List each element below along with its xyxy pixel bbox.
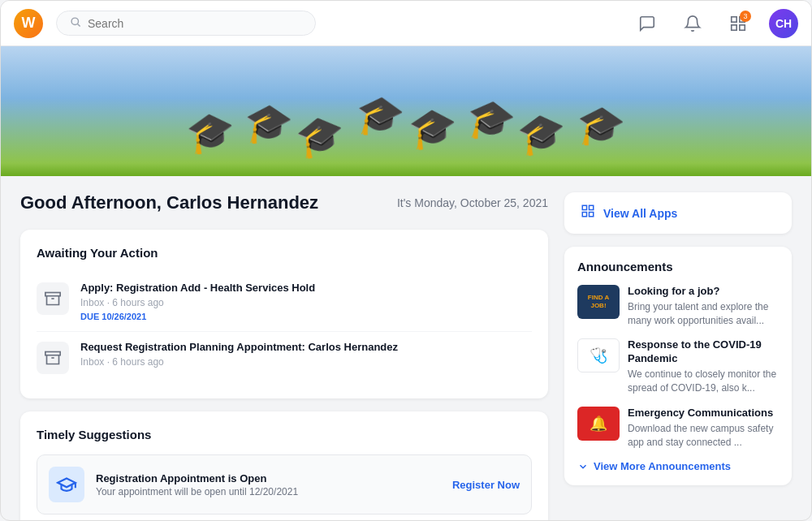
graduation-cap-icon: [49, 467, 84, 502]
search-icon: [70, 16, 81, 30]
announcements-title: Announcements: [577, 260, 779, 273]
view-all-apps-label: View All Apps: [603, 207, 677, 220]
announcement-thumb-job: FIND A JOB!: [577, 285, 620, 319]
svg-rect-2: [732, 16, 736, 21]
grad-figure: 🎓: [464, 98, 517, 143]
announcement-text: Looking for a job? Bring your talent and…: [628, 285, 779, 327]
due-badge: DUE 10/26/2021: [80, 312, 146, 321]
suggestion-info: Registration Appointment is Open Your ap…: [96, 472, 441, 497]
grad-figure: 🎓: [185, 111, 237, 154]
logo[interactable]: W: [14, 9, 43, 38]
top-navigation: W 3 CH: [1, 1, 811, 46]
timely-suggestions-title: Timely Suggestions: [37, 428, 532, 441]
awaiting-action-card: Awaiting Your Action Apply: Registration…: [20, 230, 548, 398]
announcement-item[interactable]: FIND A JOB! Looking for a job? Bring you…: [577, 285, 779, 327]
svg-rect-13: [590, 213, 594, 217]
grad-figure: 🎓: [294, 114, 348, 159]
register-now-button[interactable]: Register Now: [452, 479, 520, 491]
announcement-item-title: Looking for a job?: [628, 285, 779, 299]
view-all-apps-button[interactable]: View All Apps: [564, 192, 792, 234]
grad-figure: 🎓: [516, 112, 568, 156]
logo-icon: W: [14, 9, 43, 38]
search-input[interactable]: [88, 17, 302, 30]
view-more-announcements-button[interactable]: View More Announcements: [577, 460, 779, 472]
action-item-info-2: Request Registration Planning Appointmen…: [80, 340, 398, 368]
svg-line-1: [77, 24, 80, 26]
action-item-info: Apply: Registration Add - Health Service…: [80, 281, 315, 323]
announcement-item-body-3: Download the new campus safety app and s…: [628, 422, 779, 450]
greeting-text: Good Afternoon, Carlos Hernandez: [20, 192, 318, 213]
action-item-sub-2: Inbox · 6 hours ago: [80, 356, 398, 368]
svg-rect-11: [590, 205, 594, 209]
svg-rect-4: [732, 24, 736, 29]
nav-right-icons: 3 CH: [633, 9, 798, 38]
announcement-text-2: Response to the COVID-19 Pandemic We con…: [628, 338, 779, 394]
apps-grid-icon: [581, 204, 595, 222]
svg-rect-5: [740, 24, 745, 29]
apps-badge: 3: [740, 11, 751, 22]
announcement-item-body: Bring your talent and explore the many w…: [628, 300, 779, 328]
announcement-text-3: Emergency Communications Download the ne…: [628, 407, 779, 449]
announcement-item-title-3: Emergency Communications: [628, 407, 779, 420]
greeting-row: Good Afternoon, Carlos Hernandez It's Mo…: [20, 192, 548, 213]
awaiting-action-title: Awaiting Your Action: [37, 246, 532, 260]
date-text: It's Monday, October 25, 2021: [397, 196, 548, 209]
grad-figure: 🎓: [408, 107, 458, 149]
announcement-item-title-2: Response to the COVID-19 Pandemic: [628, 338, 779, 366]
suggestion-sub: Your appointment will be open until 12/2…: [96, 486, 441, 497]
main-content: Good Afternoon, Carlos Hernandez It's Mo…: [1, 176, 811, 521]
avatar[interactable]: CH: [769, 9, 798, 38]
announcement-item[interactable]: 🔔 Emergency Communications Download the …: [577, 407, 779, 449]
suggestion-title: Registration Appointment is Open: [96, 472, 441, 484]
announcement-thumb-covid: 🩺: [577, 338, 620, 372]
suggestion-item[interactable]: Registration Appointment is Open Your ap…: [37, 454, 532, 515]
search-bar[interactable]: [56, 11, 316, 36]
action-item[interactable]: Request Registration Planning Appointmen…: [37, 332, 532, 382]
action-item-sub: Inbox · 6 hours ago: [80, 297, 315, 308]
timely-suggestions-card: Timely Suggestions Registration Appointm…: [20, 411, 548, 521]
action-item[interactable]: Apply: Registration Add - Health Service…: [37, 273, 532, 332]
svg-rect-8: [45, 352, 60, 355]
graduation-figures: 🎓 🎓 🎓 🎓 🎓 🎓 🎓 🎓: [1, 129, 811, 176]
messages-button[interactable]: [633, 9, 662, 38]
view-more-label: View More Announcements: [594, 460, 731, 472]
announcement-thumb-alert: 🔔: [577, 407, 620, 441]
grad-figure: 🎓: [354, 95, 406, 138]
svg-point-0: [71, 18, 78, 24]
right-column: View All Apps Announcements FIND A JOB! …: [564, 192, 792, 506]
action-item-title: Apply: Registration Add - Health Service…: [80, 281, 315, 295]
action-inbox-icon: [37, 282, 69, 315]
action-inbox-icon-2: [37, 342, 69, 374]
svg-rect-10: [582, 205, 586, 209]
action-item-title-2: Request Registration Planning Appointmen…: [80, 340, 398, 355]
notifications-button[interactable]: [678, 9, 707, 38]
grad-figure: 🎓: [244, 103, 294, 144]
svg-rect-12: [582, 213, 586, 217]
announcement-item[interactable]: 🩺 Response to the COVID-19 Pandemic We c…: [577, 338, 779, 394]
announcements-card: Announcements FIND A JOB! Looking for a …: [564, 247, 792, 485]
grad-figure: 🎓: [575, 105, 626, 147]
hero-banner: 🎓 🎓 🎓 🎓 🎓 🎓 🎓 🎓: [1, 46, 811, 176]
announcement-item-body-2: We continue to closely monitor the sprea…: [628, 368, 779, 395]
apps-button[interactable]: 3: [723, 9, 753, 38]
left-column: Good Afternoon, Carlos Hernandez It's Mo…: [20, 192, 548, 506]
svg-rect-6: [45, 293, 60, 296]
